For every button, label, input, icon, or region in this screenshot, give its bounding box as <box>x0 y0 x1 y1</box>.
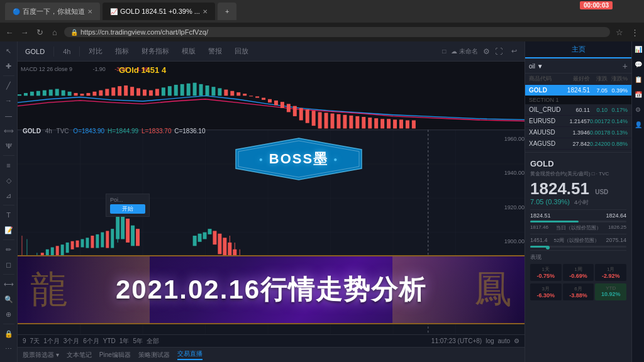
lock-tool[interactable]: 🔒 <box>2 327 16 341</box>
fib-tool[interactable]: ≡ <box>2 158 16 172</box>
timeline-1m[interactable]: 1个月 <box>43 337 60 346</box>
ray-tool[interactable]: → <box>2 94 16 107</box>
tab-new[interactable]: + <box>218 3 236 20</box>
detail-change: 7.05 (0.39%) 4小时 <box>530 198 626 207</box>
svg-rect-47 <box>206 85 209 96</box>
note-tool[interactable]: 📝 <box>2 223 16 237</box>
address-bar[interactable]: 🔒 https://cn.tradingview.com/chart/lpFcf… <box>64 27 610 37</box>
timeline-5y[interactable]: 5年 <box>133 337 143 346</box>
highlight-tool[interactable]: ◻ <box>2 258 16 272</box>
text-tool[interactable]: T <box>2 208 16 222</box>
timeline-1y[interactable]: 1年 <box>119 337 130 346</box>
channel-tool[interactable]: ⟺ <box>2 124 16 138</box>
right-panel-icon-5[interactable]: ⚙ <box>633 104 643 114</box>
watchlist-item-gold[interactable]: GOLD 1824.51 7.05 0.39% <box>525 85 631 96</box>
scale-icon[interactable]: ⚙ <box>514 337 519 344</box>
tab-close-baidu[interactable]: ✕ <box>87 8 92 15</box>
add-symbol-btn[interactable]: + <box>623 61 628 71</box>
undo-button[interactable]: ↩ <box>508 46 521 57</box>
chart-canvas[interactable]: GOld 1451 4 <box>18 62 525 362</box>
cursor-tool[interactable]: ↖ <box>2 44 16 58</box>
right-panel-icon-6[interactable]: 👤 <box>633 119 643 129</box>
log-option[interactable]: log <box>486 337 494 344</box>
forward-button[interactable]: → <box>19 28 30 37</box>
text-note-btn[interactable]: 文本笔记 <box>67 351 92 359</box>
watchlist-cols: 商品代码 最好价 涨跌 涨跌% <box>525 74 631 85</box>
crosshair-tool[interactable]: ✚ <box>2 59 16 73</box>
chart-unnamed[interactable]: ☁ 未命名 <box>451 47 478 56</box>
right-panel-icon-3[interactable]: 📋 <box>633 74 643 84</box>
wl-oil-symbol: OIL_CRUD <box>529 106 564 113</box>
tab-baidu[interactable]: 🔵 百度一下，你就知道 ✕ <box>5 3 100 20</box>
refresh-button[interactable]: ↻ <box>34 28 45 37</box>
tab-tradingview[interactable]: 📈 GOLD 1824.51 +0.39% ... ✕ <box>103 3 215 20</box>
strategy-tester-btn[interactable]: 策略测试器 <box>138 351 170 359</box>
menu-icon[interactable]: ⋮ <box>629 28 640 37</box>
watchlist-title[interactable]: oil ▼ <box>529 63 543 70</box>
brush-tool[interactable]: ✏ <box>2 243 16 256</box>
detail-current: 1824.51 <box>530 212 551 219</box>
range-bar2-container <box>530 246 626 248</box>
wl-oil-pct: 0.17% <box>608 107 628 113</box>
wl-oil-change: 0.10 <box>590 107 608 113</box>
auto-option[interactable]: auto <box>498 337 510 344</box>
svg-rect-31 <box>105 89 109 96</box>
watchlist-item-eurusd[interactable]: EURUSD 1.21457 0.00172 0.14% <box>525 116 631 127</box>
range-indicator <box>546 246 550 250</box>
perf-1m: 1月 -2.92% <box>595 264 626 281</box>
chart-options-1[interactable]: □ <box>442 48 446 55</box>
fullscreen-icon[interactable]: ⛶ <box>495 47 502 56</box>
back-button[interactable]: ← <box>4 28 15 37</box>
timeline-3m[interactable]: 3个月 <box>64 337 80 346</box>
zoom-tool[interactable]: 🔍 <box>2 292 16 306</box>
timeline-all[interactable]: 全部 <box>147 337 159 346</box>
timeline-9d[interactable]: 9 <box>23 337 26 344</box>
svg-text:1960.00: 1960.00 <box>504 136 525 142</box>
bookmark-icon[interactable]: ☆ <box>614 28 625 37</box>
tab-homepage[interactable]: 主页 <box>525 41 631 58</box>
browser-tabs: 🔵 百度一下，你就知道 ✕ 📈 GOLD 1824.51 +0.39% ... … <box>5 3 639 20</box>
svg-rect-116 <box>193 236 197 246</box>
pitchfork-tool[interactable]: 𝚿 <box>2 139 16 153</box>
financial-button[interactable]: 财务指标 <box>138 45 173 57</box>
right-panel-icon-4[interactable]: 📅 <box>633 89 643 99</box>
line-tool[interactable]: ╱ <box>2 79 16 92</box>
timeline-ytd[interactable]: YTD <box>103 337 116 344</box>
right-panel-icon-1[interactable]: 📊 <box>633 44 643 54</box>
compare-button[interactable]: 对比 <box>85 45 106 57</box>
home-button[interactable]: ⌂ <box>49 28 60 37</box>
measure-tool[interactable]: ⟷ <box>2 277 16 291</box>
watchlist-item-xauusd[interactable]: XAUUSD 1.3946 0.00178 0.13% <box>525 127 631 138</box>
watchlist-item-oil[interactable]: OIL_CRUD 60.11 0.10 0.17% <box>525 104 631 116</box>
indicators-button[interactable]: 指标 <box>111 45 133 57</box>
perf-3m: 3月 -6.30% <box>530 283 562 300</box>
timeline-7d[interactable]: 7天 <box>30 337 40 346</box>
wl-xagusd-change: 0.24200 <box>590 141 608 147</box>
svg-rect-41 <box>168 86 172 96</box>
stock-screener-btn[interactable]: 股票筛选器 ▾ <box>23 351 59 359</box>
timeframe-selector[interactable]: 4h <box>59 47 74 57</box>
svg-rect-55 <box>255 96 259 97</box>
pattern-tool[interactable]: ◇ <box>2 173 16 187</box>
right-panel-icon-2[interactable]: 💬 <box>633 59 643 69</box>
perf-6m: 6月 -3.88% <box>563 283 594 300</box>
replay-button[interactable]: 回放 <box>231 45 252 57</box>
col-symbol: 商品代码 <box>529 75 564 83</box>
more-tools[interactable]: ⋯ <box>2 342 16 356</box>
alerts-button[interactable]: 警报 <box>204 45 226 57</box>
pine-editor-btn[interactable]: Pine编辑器 <box>99 351 131 359</box>
symbol-label[interactable]: GOLD <box>21 47 48 57</box>
prediction-tool[interactable]: ⊿ <box>2 189 16 202</box>
settings-icon[interactable]: ⚙ <box>483 47 490 56</box>
template-button[interactable]: 模版 <box>178 45 199 57</box>
svg-rect-34 <box>124 85 128 96</box>
tab-close-tradingview[interactable]: ✕ <box>203 8 208 15</box>
boss-overlay: ● BOSS墨 ● <box>230 137 368 181</box>
timeline-6m[interactable]: 6个月 <box>83 337 99 346</box>
trade-live-btn[interactable]: 交易直播 <box>177 349 203 360</box>
hline-tool[interactable]: — <box>2 109 16 123</box>
watchlist-item-xagusd[interactable]: XAGUSD 27.842 0.24200 0.88% <box>525 138 631 150</box>
begin-button[interactable]: 开始 <box>110 204 145 214</box>
timer-display: 00:00:03 <box>580 1 613 9</box>
magnet-tool[interactable]: ⊕ <box>2 307 16 321</box>
